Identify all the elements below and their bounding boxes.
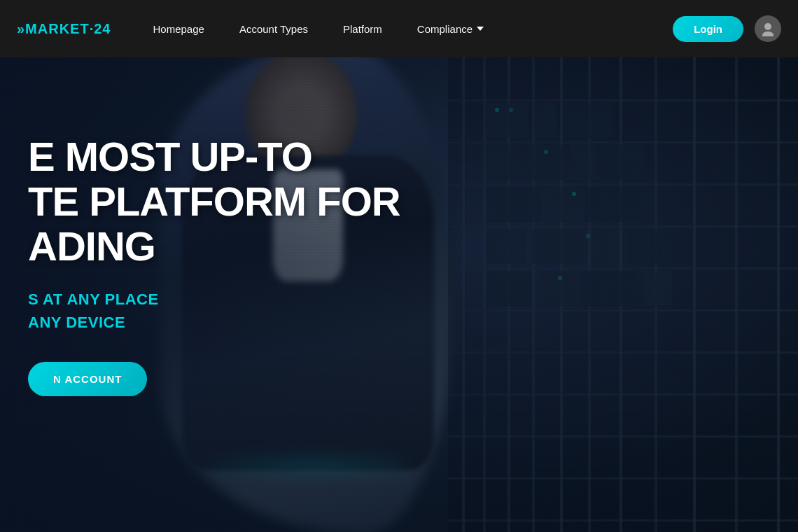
hero-title-line3: ADING	[28, 223, 155, 269]
hero-subtitle: s at ANY PLACE ANY DEVICE	[28, 288, 406, 334]
hero-subtitle-line1: s at ANY PLACE	[28, 288, 406, 311]
user-icon	[760, 21, 776, 36]
navbar: »MARKET·24 Homepage Account Types Platfo…	[0, 0, 798, 57]
logo-text: »MARKET·24	[17, 21, 111, 36]
hero-subtitle-line2: ANY DEVICE	[28, 311, 406, 334]
nav-account-types[interactable]: Account Types	[239, 23, 308, 35]
hero-section: E MOST UP-TO TE PLATFORM FOR ADING s at …	[0, 57, 798, 532]
svg-point-1	[762, 31, 774, 36]
svg-point-0	[764, 23, 771, 30]
hero-title: E MOST UP-TO TE PLATFORM FOR ADING	[28, 134, 406, 268]
navbar-actions: Login	[673, 15, 781, 42]
hero-title-line2: TE PLATFORM FOR	[28, 178, 400, 224]
hero-content: E MOST UP-TO TE PLATFORM FOR ADING s at …	[0, 92, 434, 438]
hero-title-line1: E MOST UP-TO	[28, 134, 312, 179]
avatar[interactable]	[755, 15, 781, 42]
nav-platform[interactable]: Platform	[343, 23, 382, 35]
open-account-button[interactable]: N ACCOUNT	[28, 362, 147, 396]
chevron-down-icon	[477, 27, 484, 31]
compliance-label: Compliance	[417, 23, 472, 35]
nav-compliance[interactable]: Compliance	[417, 23, 484, 35]
login-button[interactable]: Login	[673, 16, 743, 42]
nav-homepage[interactable]: Homepage	[153, 23, 204, 35]
nav-links: Homepage Account Types Platform Complian…	[153, 23, 673, 35]
site-logo[interactable]: »MARKET·24	[17, 21, 111, 37]
